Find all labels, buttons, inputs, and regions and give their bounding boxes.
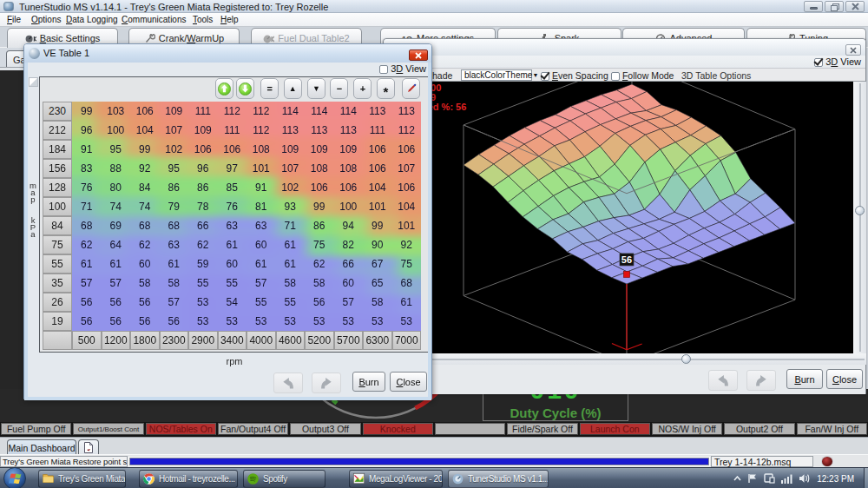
ve-cell-19-1800[interactable]: 56 — [130, 312, 160, 331]
ve-cell-55-4000[interactable]: 61 — [247, 254, 276, 274]
ve-cell-128-2300[interactable]: 86 — [160, 178, 189, 197]
ve-cell-184-500[interactable]: 91 — [72, 140, 102, 159]
ve-redo-button[interactable] — [312, 373, 341, 393]
ve-cell-35-4600[interactable]: 58 — [276, 274, 306, 293]
ve-cell-230-500[interactable]: 99 — [72, 102, 102, 121]
ve-cell-184-4600[interactable]: 109 — [276, 140, 306, 159]
ve-cell-100-500[interactable]: 71 — [72, 197, 102, 216]
hslider-knob[interactable] — [681, 354, 691, 364]
ve-cell-100-6300[interactable]: 101 — [363, 197, 392, 216]
ve-cell-128-7000[interactable]: 106 — [392, 178, 422, 197]
ve-cell-212-2900[interactable]: 109 — [188, 121, 218, 140]
ve-cell-156-7000[interactable]: 107 — [392, 159, 422, 178]
ve-cell-100-3400[interactable]: 76 — [218, 197, 247, 216]
ve-cell-212-4600[interactable]: 113 — [276, 121, 306, 140]
ve-cell-75-5200[interactable]: 75 — [305, 235, 334, 254]
ve-cell-75-3400[interactable]: 61 — [218, 235, 247, 254]
ve-cell-35-1800[interactable]: 58 — [130, 274, 160, 293]
ve-dialog-titlebar[interactable]: VE Table 1 — [24, 44, 431, 63]
ve-cell-19-500[interactable]: 56 — [72, 312, 102, 331]
ve-cell-75-1200[interactable]: 64 — [102, 235, 131, 254]
ve-cell-100-5200[interactable]: 99 — [305, 197, 334, 216]
ve-cell-230-1200[interactable]: 103 — [102, 102, 131, 121]
restore-button[interactable] — [825, 1, 844, 12]
ve-cell-55-1800[interactable]: 60 — [130, 254, 160, 274]
ve-cell-75-2300[interactable]: 63 — [160, 235, 189, 254]
multiply-button[interactable]: * — [377, 78, 395, 99]
ve-cell-156-4000[interactable]: 101 — [247, 159, 276, 178]
ve-cell-184-2300[interactable]: 102 — [160, 140, 189, 159]
minimize-button[interactable] — [804, 1, 823, 12]
ve-cell-156-2900[interactable]: 96 — [188, 159, 218, 178]
menu-options[interactable]: Options — [31, 15, 61, 24]
set-equal-button[interactable]: = — [260, 78, 279, 99]
close-button[interactable] — [845, 1, 865, 12]
ve-cell-55-1200[interactable]: 61 — [102, 254, 131, 274]
ve-cell-156-1200[interactable]: 88 — [102, 159, 131, 178]
ve-cell-26-500[interactable]: 56 — [72, 293, 102, 312]
ve-cell-55-5700[interactable]: 66 — [334, 254, 364, 274]
ve-cell-156-4600[interactable]: 107 — [276, 159, 306, 178]
ve-cell-84-1800[interactable]: 68 — [130, 216, 160, 235]
ve-cell-212-7000[interactable]: 112 — [392, 121, 422, 140]
minus-button[interactable]: − — [330, 78, 348, 99]
ve-cell-156-500[interactable]: 83 — [72, 159, 102, 178]
ve-cell-100-2900[interactable]: 78 — [188, 197, 218, 216]
ve-cell-26-5200[interactable]: 56 — [305, 293, 334, 312]
ve-cell-212-500[interactable]: 96 — [72, 121, 102, 140]
ve-cell-35-1200[interactable]: 57 — [102, 274, 131, 293]
import-button[interactable] — [215, 78, 233, 99]
ve-cell-84-2900[interactable]: 66 — [188, 216, 218, 235]
ve-cell-26-5700[interactable]: 57 — [334, 293, 364, 312]
ve-cell-26-1800[interactable]: 56 — [130, 293, 160, 312]
ve-cell-55-6300[interactable]: 67 — [363, 254, 392, 274]
ve-cell-100-5700[interactable]: 100 — [334, 197, 364, 216]
ve-cell-100-4000[interactable]: 81 — [247, 197, 276, 216]
ve-cell-184-5200[interactable]: 109 — [305, 140, 334, 159]
action-center-flag-icon[interactable] — [747, 473, 758, 484]
ve-cell-184-5700[interactable]: 109 — [334, 140, 364, 159]
ve-cell-184-3400[interactable]: 106 — [218, 140, 247, 159]
ve-cell-230-5700[interactable]: 114 — [334, 102, 364, 121]
ve-cell-212-5700[interactable]: 113 — [334, 121, 364, 140]
vertical-rotate-slider[interactable] — [853, 82, 866, 353]
ve-cell-19-4600[interactable]: 53 — [276, 312, 306, 331]
ve-cell-75-500[interactable]: 62 — [72, 235, 102, 254]
ve-cell-35-4000[interactable]: 57 — [247, 274, 276, 293]
taskbar-trey-s-green-miata[interactable]: Trey's Green Miata — [38, 470, 126, 488]
ve-cell-19-4000[interactable]: 53 — [247, 312, 276, 331]
ve-cell-100-1200[interactable]: 74 — [102, 197, 131, 216]
ve-cell-230-6300[interactable]: 113 — [363, 102, 392, 121]
ve-cell-55-7000[interactable]: 75 — [392, 254, 422, 274]
ve-cell-19-2900[interactable]: 53 — [188, 312, 218, 331]
taskbar-hotmail-treyrozelle-[interactable]: Hotmail - treyrozelle... — [139, 470, 238, 488]
ve-cell-230-1800[interactable]: 106 — [130, 102, 160, 121]
ve-cell-35-7000[interactable]: 68 — [392, 274, 422, 293]
plus-button[interactable]: + — [353, 78, 372, 99]
ve-burn-button[interactable]: Burn — [352, 372, 385, 392]
ve-cell-84-4600[interactable]: 71 — [276, 216, 306, 235]
taskbar-tunerstudio-ms-v1-1-[interactable]: TunerStudio MS v1.1... — [448, 470, 549, 488]
ve-cell-230-2300[interactable]: 109 — [160, 102, 189, 121]
ve-cell-55-3400[interactable]: 60 — [218, 254, 247, 274]
ve-cell-26-4000[interactable]: 55 — [247, 293, 276, 312]
ve-cell-35-500[interactable]: 57 — [72, 274, 102, 293]
menu-help[interactable]: Help — [220, 15, 239, 24]
ve-cell-84-2300[interactable]: 68 — [160, 216, 189, 235]
ve-cell-212-1200[interactable]: 100 — [102, 121, 131, 140]
burn-button[interactable]: Burn — [786, 369, 823, 389]
ve-cell-55-5200[interactable]: 62 — [305, 254, 334, 274]
ve-cell-184-6300[interactable]: 106 — [363, 140, 392, 159]
ve-cell-75-2900[interactable]: 62 — [188, 235, 218, 254]
ve-cell-100-1800[interactable]: 74 — [130, 197, 160, 216]
ve-cell-75-6300[interactable]: 90 — [363, 235, 392, 254]
ve-cell-84-1200[interactable]: 69 — [102, 216, 131, 235]
even-spacing-checkbox[interactable]: Even Spacing — [541, 70, 608, 81]
ve-cell-75-4600[interactable]: 61 — [276, 235, 306, 254]
ve-cell-26-6300[interactable]: 58 — [363, 293, 392, 312]
dashboard-designer-tab[interactable] — [78, 439, 99, 455]
ve-cell-35-2900[interactable]: 55 — [188, 274, 218, 293]
show-desktop-button[interactable] — [864, 468, 868, 488]
ve-cell-19-1200[interactable]: 56 — [102, 312, 131, 331]
ve-cell-84-5700[interactable]: 94 — [334, 216, 364, 235]
